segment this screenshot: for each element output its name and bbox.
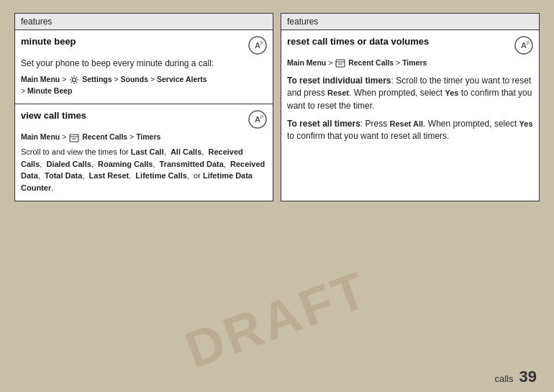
- view-call-times-title-row: view call times A p: [21, 110, 267, 129]
- svg-text:A: A: [255, 41, 260, 50]
- bottom-label: calls: [495, 373, 514, 384]
- svg-text:p: p: [527, 40, 530, 45]
- reset-call-times-title-row: reset call times or data volumes A p: [287, 36, 533, 55]
- minute-beep-desc: Set your phone to beep every minute duri…: [21, 58, 267, 70]
- svg-text:p: p: [260, 114, 263, 119]
- left-feature-table: features minute beep A p: [14, 13, 273, 201]
- reset-call-times-access-icon: A p: [514, 36, 533, 55]
- recent-calls-icon: [69, 133, 79, 143]
- view-call-times-block: view call times A p Main Menu >: [15, 104, 273, 201]
- svg-rect-13: [336, 60, 345, 67]
- reset-call-times-block: reset call times or data volumes A p Mai…: [281, 30, 539, 156]
- minute-beep-title-row: minute beep A p: [21, 36, 267, 55]
- right-table-body: reset call times or data volumes A p Mai…: [281, 30, 539, 156]
- left-table-body: minute beep A p Set your phone to beep e…: [15, 30, 273, 201]
- minute-beep-title: minute beep: [21, 36, 76, 47]
- svg-text:A: A: [255, 115, 260, 124]
- minute-beep-nav: Main Menu > Settings > Sounds > Service …: [21, 74, 267, 97]
- reset-call-times-title: reset call times or data volumes: [287, 36, 429, 47]
- tables-row: features minute beep A p: [14, 13, 540, 201]
- view-call-times-nav: Main Menu > Recent Calls > Timers: [21, 132, 267, 143]
- view-call-times-title: view call times: [21, 110, 86, 121]
- reset-call-times-nav: Main Menu > Recent Calls > Timers: [287, 58, 533, 69]
- reset-recent-calls-icon: [335, 58, 345, 68]
- minute-beep-access-icon: A p: [248, 36, 267, 55]
- view-call-times-access-icon: A p: [248, 110, 267, 129]
- page-number: 39: [519, 368, 537, 386]
- reset-individual-para: To reset individual timers: Scroll to th…: [287, 75, 533, 112]
- view-call-times-scroll: Scroll to and view the times for Last Ca…: [21, 146, 267, 193]
- svg-text:A: A: [521, 41, 527, 50]
- right-table-header: features: [281, 14, 539, 30]
- settings-gear-icon: [69, 75, 79, 85]
- page-wrapper: features minute beep A p: [0, 0, 554, 392]
- right-feature-table: features reset call times or data volume…: [281, 13, 540, 201]
- svg-text:p: p: [260, 40, 263, 45]
- reset-all-para: To reset all timers: Press Reset All. Wh…: [287, 118, 533, 143]
- bottom-bar: calls 39: [495, 368, 537, 386]
- svg-point-3: [73, 78, 76, 82]
- reset-sections: To reset individual timers: Scroll to th…: [287, 75, 533, 143]
- left-table-header: features: [15, 14, 273, 30]
- minute-beep-block: minute beep A p Set your phone to beep e…: [15, 30, 273, 104]
- svg-rect-7: [70, 135, 78, 142]
